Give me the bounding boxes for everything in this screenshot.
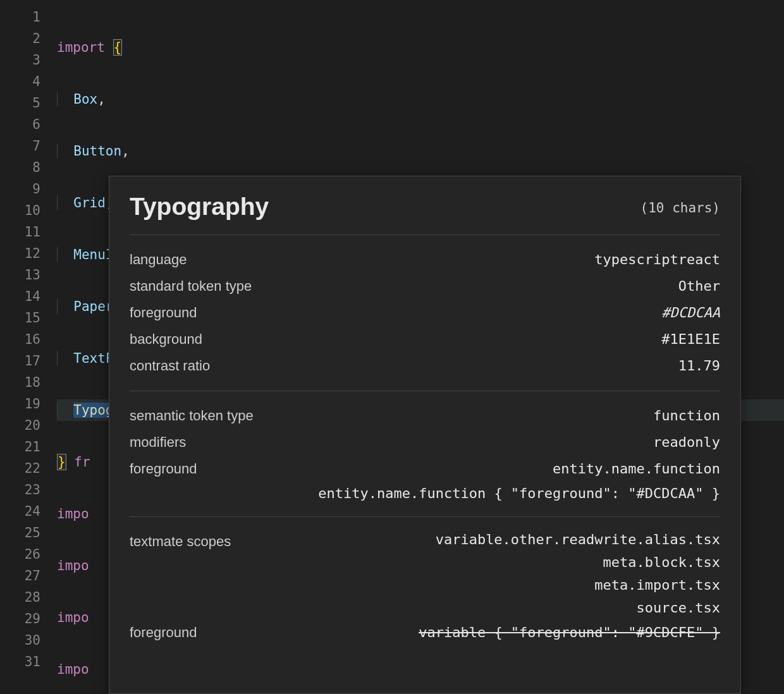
line-number-gutter: 1 2 3 4 5 6 7 8 9 10 11 12 13 14 15 16 1…: [0, 0, 57, 694]
line-number: 1: [0, 6, 40, 28]
keyword-import-trunc: impo: [57, 558, 89, 573]
token-inspector-panel: Typography (10 chars) languagetypescript…: [109, 176, 741, 694]
import-identifier: Button: [73, 143, 121, 159]
line-number: 20: [0, 415, 40, 436]
line-number: 7: [0, 135, 40, 157]
brace-open: {: [113, 39, 123, 56]
inspector-label: foreground: [130, 300, 197, 326]
line-number: 28: [0, 587, 40, 608]
inspector-scope: source.tsx: [436, 597, 720, 619]
inspector-label: foreground: [130, 456, 197, 482]
inspector-label: textmate scopes: [130, 528, 231, 555]
inspector-scope: variable.other.readwrite.alias.tsx: [436, 528, 720, 551]
line-number: 22: [0, 458, 40, 479]
inspector-label: contrast ratio: [130, 353, 210, 379]
inspector-char-count: (10 chars): [640, 200, 720, 221]
inspector-value-struck: variable { "foreground": "#9CDCFE" }: [419, 619, 720, 646]
line-number: 5: [0, 92, 40, 114]
inspector-value: typescriptreact: [594, 247, 720, 273]
inspector-title: Typography: [130, 193, 269, 221]
line-number: 12: [0, 243, 40, 264]
line-number: 21: [0, 436, 40, 458]
keyword-import: import: [57, 40, 105, 55]
inspector-label: background: [130, 326, 202, 353]
line-number: 27: [0, 565, 40, 587]
inspector-value: #1E1E1E: [661, 326, 720, 353]
line-number: 14: [0, 286, 40, 307]
inspector-rule-detail: entity.name.function { "foreground": "#D…: [130, 482, 720, 505]
inspector-scope: meta.block.tsx: [436, 551, 720, 574]
keyword-import-trunc: impo: [57, 662, 89, 677]
line-number: 19: [0, 393, 40, 415]
line-number: 9: [0, 178, 40, 200]
inspector-value: entity.name.function: [553, 456, 720, 482]
line-number: 29: [0, 608, 40, 630]
inspector-label: semantic token type: [130, 403, 254, 429]
inspector-section-textmate: textmate scopes variable.other.readwrite…: [130, 517, 720, 657]
line-number: 6: [0, 114, 40, 135]
inspector-label: standard token type: [130, 273, 252, 300]
inspector-scopes-list: variable.other.readwrite.alias.tsx meta.…: [436, 528, 720, 619]
line-number: 23: [0, 479, 40, 501]
inspector-scope: meta.import.tsx: [436, 574, 720, 597]
inspector-value: readonly: [653, 429, 720, 456]
inspector-label: foreground: [130, 619, 197, 646]
import-identifier: Grid: [73, 195, 106, 210]
inspector-value: #DCDCAA: [661, 300, 720, 326]
brace-close: }: [57, 454, 66, 470]
keyword-from: fr: [66, 454, 90, 470]
line-number: 10: [0, 200, 40, 221]
line-number: 15: [0, 307, 40, 329]
line-number: 17: [0, 350, 40, 372]
inspector-value: 11.79: [678, 353, 720, 379]
inspector-section-semantic: semantic token typefunction modifiersrea…: [130, 391, 720, 517]
line-number: 31: [0, 651, 40, 673]
inspector-label: language: [130, 247, 187, 273]
line-number: 26: [0, 544, 40, 565]
line-number: 30: [0, 630, 40, 651]
line-number: 8: [0, 157, 40, 178]
inspector-section-general: languagetypescriptreact standard token t…: [130, 235, 720, 391]
import-identifier: Paper: [73, 299, 113, 314]
line-number: 16: [0, 329, 40, 350]
line-number: 3: [0, 49, 40, 71]
keyword-import-trunc: impo: [57, 610, 89, 625]
line-number: 24: [0, 501, 40, 522]
line-number: 18: [0, 372, 40, 393]
inspector-value: function: [653, 403, 720, 429]
line-number: 25: [0, 522, 40, 544]
line-number: 2: [0, 28, 40, 49]
keyword-import-trunc: impo: [57, 506, 89, 521]
import-identifier: Box: [73, 92, 97, 107]
line-number: 13: [0, 264, 40, 286]
line-number: 4: [0, 71, 40, 92]
inspector-value: Other: [678, 273, 720, 300]
line-number: 11: [0, 221, 40, 243]
inspector-label: modifiers: [130, 429, 186, 456]
